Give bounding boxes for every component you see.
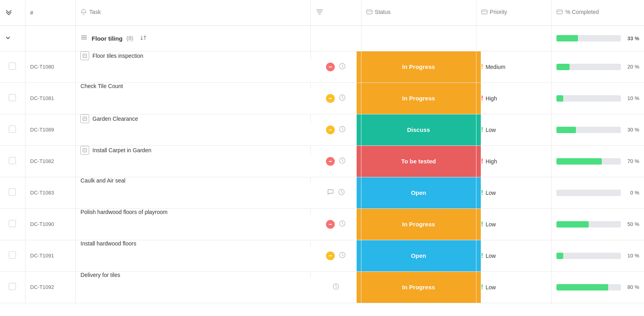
row-priority-cell: !High <box>476 145 552 177</box>
status-column-header: Status <box>361 0 476 26</box>
clock-icon <box>339 63 346 71</box>
table-row: DC-T1080Floor tiles inspectionIn Progres… <box>0 51 644 82</box>
priority-label: High <box>486 158 497 165</box>
priority-exclaim-icon: ! <box>481 158 483 165</box>
row-priority-cell: !Medium <box>476 51 552 82</box>
row-checkbox[interactable] <box>9 63 16 70</box>
status-badge[interactable]: In Progress <box>357 51 481 82</box>
table-row: DC-T1082Install Carpet in GardenTo be te… <box>0 145 644 177</box>
progress-bar-bg <box>556 95 621 102</box>
task-table-container: # Task <box>0 0 644 303</box>
group-expand-icon[interactable] <box>5 35 11 41</box>
row-icons-cell <box>311 145 361 177</box>
clock-icon <box>339 94 346 103</box>
progress-bar-bg <box>556 64 621 70</box>
progress-bar-bg <box>556 190 621 196</box>
row-checkbox[interactable] <box>9 251 16 259</box>
status-badge[interactable]: In Progress <box>357 83 481 114</box>
expand-all-header[interactable] <box>0 0 25 26</box>
red-circle-icon <box>326 63 335 71</box>
status-badge[interactable]: In Progress <box>357 209 481 240</box>
row-status-cell[interactable]: In Progress <box>361 51 476 82</box>
progress-bar-fill <box>556 284 608 290</box>
group-icons-cell <box>311 26 361 51</box>
group-row: Floor tiling (8) <box>0 26 644 51</box>
group-task-cell: Floor tiling (8) <box>76 26 311 51</box>
group-priority-cell <box>476 26 552 51</box>
row-progress-cell: 10 % <box>552 240 644 271</box>
task-name: Install Carpet in Garden <box>92 147 151 153</box>
progress-label: 0 % <box>624 190 639 196</box>
progress-label: 10 % <box>624 253 639 259</box>
clock-icon <box>339 220 346 229</box>
task-name: Check Tile Count <box>80 83 123 89</box>
row-status-cell[interactable]: Open <box>361 177 476 208</box>
progress-label: 10 % <box>624 95 639 101</box>
completed-header-icon <box>556 9 563 15</box>
sort-icon[interactable] <box>140 34 147 43</box>
row-progress-cell: 70 % <box>552 145 644 177</box>
table-row: DC-T1091Install hardwood floorsOpen!Low1… <box>0 240 644 271</box>
table-row: DC-T1092Delivery for tilesIn Progress!Lo… <box>0 271 644 303</box>
progress-bar-bg <box>556 158 621 165</box>
progress-label: 50 % <box>624 221 639 227</box>
row-priority-cell: !Low <box>476 271 552 303</box>
row-status-cell[interactable]: In Progress <box>361 208 476 240</box>
clock-icon <box>339 126 346 134</box>
svg-rect-7 <box>557 10 562 14</box>
row-priority-cell: !Low <box>476 114 552 145</box>
row-progress-cell: 80 % <box>552 271 644 303</box>
clock-icon <box>338 188 345 197</box>
row-priority-cell: !Low <box>476 208 552 240</box>
filter-icon <box>316 11 324 17</box>
row-icons-cell <box>311 240 361 271</box>
row-priority-cell: !High <box>476 82 552 114</box>
row-checkbox[interactable] <box>9 126 16 133</box>
completed-column-header: % Completed <box>552 0 644 26</box>
row-icons-cell <box>311 177 361 208</box>
table-row: DC-T1081Check Tile CountIn Progress!High… <box>0 82 644 114</box>
row-checkbox[interactable] <box>9 157 16 164</box>
task-name: Floor tiles inspection <box>92 53 143 59</box>
chat-icon <box>327 188 334 197</box>
progress-bar-fill <box>556 253 563 259</box>
row-checkbox-cell <box>0 208 25 240</box>
row-id-cell: DC-T1091 <box>25 240 76 271</box>
priority-header-icon <box>481 9 488 15</box>
svg-rect-1 <box>317 12 322 12</box>
row-status-cell[interactable]: Open <box>361 240 476 271</box>
row-checkbox-cell <box>0 177 25 208</box>
group-progress-label: 33 % <box>624 35 639 41</box>
row-checkbox[interactable] <box>9 188 16 196</box>
row-checkbox[interactable] <box>9 283 16 290</box>
row-status-cell[interactable]: In Progress <box>361 271 476 303</box>
row-checkbox[interactable] <box>9 94 16 101</box>
status-badge[interactable]: To be tested <box>357 146 481 177</box>
row-icons-cell <box>311 51 361 82</box>
progress-bar-fill <box>556 64 569 70</box>
row-priority-cell: !Low <box>476 177 552 208</box>
progress-label: 70 % <box>624 158 639 164</box>
double-chevron-icon <box>5 10 13 17</box>
row-status-cell[interactable]: In Progress <box>361 82 476 114</box>
progress-label: 80 % <box>624 284 639 290</box>
row-checkbox-cell <box>0 240 25 271</box>
progress-label: 30 % <box>624 127 639 133</box>
priority-exclaim-icon: ! <box>481 126 483 133</box>
priority-exclaim-icon: ! <box>481 284 483 291</box>
group-expand-cell[interactable] <box>0 26 25 51</box>
row-status-cell[interactable]: Discuss <box>361 114 476 145</box>
status-badge[interactable]: Open <box>357 240 481 271</box>
row-status-cell[interactable]: To be tested <box>361 145 476 177</box>
status-badge[interactable]: Discuss <box>357 114 481 145</box>
status-badge[interactable]: Open <box>357 177 481 208</box>
status-badge[interactable]: In Progress <box>357 272 481 303</box>
group-status-cell <box>361 26 476 51</box>
row-checkbox[interactable] <box>9 220 16 227</box>
svg-rect-0 <box>316 10 323 10</box>
row-id-cell: DC-T1090 <box>25 208 76 240</box>
red-circle-icon <box>326 220 335 229</box>
row-checkbox-cell <box>0 82 25 114</box>
row-icons-cell <box>311 114 361 145</box>
task-table: # Task <box>0 0 644 303</box>
